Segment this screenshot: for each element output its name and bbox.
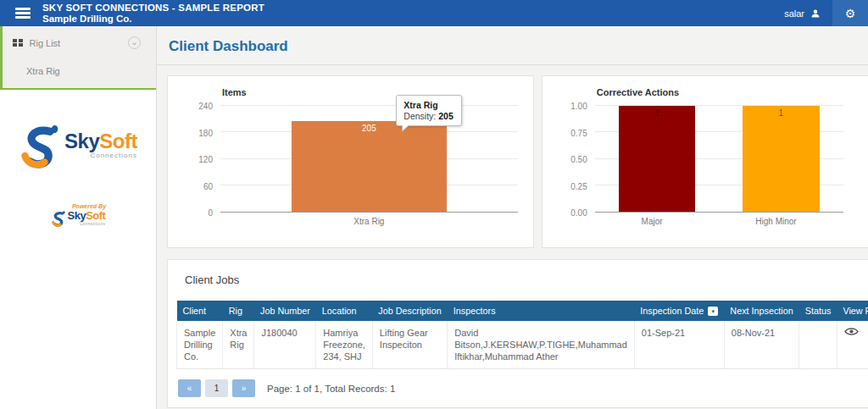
col-view-report: View Report (837, 301, 868, 321)
col-client: Client (177, 301, 223, 321)
y-tick-label: 0.75 (570, 128, 587, 137)
tooltip-value: 205 (438, 111, 453, 121)
person-icon (810, 8, 821, 19)
y-tick-label: 0.00 (570, 208, 587, 218)
cell-location: Hamriya Freezone, 234, SHJ (316, 321, 373, 369)
pagination: « 1 » Page: 1 of 1, Total Records: 1 (176, 379, 868, 397)
cell-rig: Xtra Rig (223, 321, 254, 369)
col-location: Location (316, 301, 373, 321)
corrective-x-axis: Major High Minor (595, 213, 843, 226)
pagination-summary: Page: 1 of 1, Total Records: 1 (267, 384, 395, 394)
x-tick-label: Major (642, 217, 663, 226)
skysoft-swoosh-icon (19, 122, 61, 169)
items-chart-card: Items 0 60 120 180 240 (167, 75, 534, 248)
table-header-row: Client Rig Job Number Location Job Descr… (177, 301, 868, 321)
corrective-bar-high-minor[interactable]: 1 (743, 106, 820, 212)
corrective-actions-chart-title: Corrective Actions (597, 87, 868, 97)
col-rig: Rig (223, 301, 254, 321)
tooltip-label: Density: (403, 111, 436, 121)
top-navbar: SKY SOFT CONNECTIONS - SAMPLE REPORT Sam… (0, 0, 868, 26)
rig-list-label: Rig List (30, 38, 61, 48)
pagination-prev-button[interactable]: « (178, 379, 201, 397)
x-tick-label: Xtra Rig (353, 217, 384, 226)
corrective-bar-major[interactable]: 1 (619, 106, 696, 212)
chart-tooltip: Xtra Rig Density: 205 (396, 95, 461, 126)
client-jobs-table: Client Rig Job Number Location Job Descr… (176, 301, 868, 369)
powered-tagline: Connections (68, 222, 106, 226)
col-next-inspection: Next Inpsection (724, 301, 798, 321)
username-label: salar (784, 8, 804, 19)
logo-soft-text: Soft (99, 130, 137, 152)
y-tick-label: 1.00 (570, 102, 587, 111)
items-x-axis: Xtra Rig (220, 213, 518, 226)
grid-icon (13, 39, 23, 47)
items-y-axis: 0 60 120 180 240 (183, 106, 220, 213)
powered-by-logo: Powered By SkySoft Connections (0, 203, 156, 227)
y-tick-label: 0.25 (570, 181, 587, 191)
skysoft-logo: SkySoft Connections (0, 122, 156, 169)
powered-by-caption: Powered By (72, 203, 106, 209)
sort-icon[interactable]: ▾ (708, 307, 718, 316)
sidebar-item-xtra-rig[interactable]: Xtra Rig (3, 56, 156, 81)
navbar-right: salar ⚙ (772, 0, 868, 26)
corrective-actions-chart-card: Corrective Actions 0.00 0.25 0.50 0.75 1… (542, 75, 868, 248)
powered-by-swoosh-icon (51, 210, 66, 227)
company-subtitle: Sample Drilling Co. (42, 14, 264, 25)
skysoft-logo-text: SkySoft Connections (64, 132, 137, 159)
logo-tagline: Connections (64, 152, 137, 159)
sidebar: Rig List ⌄ Xtra Rig SkySoft Connections … (0, 26, 157, 409)
chevron-down-icon[interactable]: ⌄ (128, 36, 141, 49)
bar-value-label: 1 (743, 108, 820, 118)
col-job-number: Job Number (254, 301, 316, 321)
items-plot-area: 205 (220, 106, 518, 213)
y-tick-label: 120 (198, 155, 213, 164)
logo-sky-text: Sky (64, 130, 99, 152)
cell-job-description: Lifting Gear Inspeciton (372, 321, 447, 369)
client-jobs-card: Client Jobs Client Rig Job Number Locati… (167, 259, 868, 408)
gear-icon: ⚙ (845, 8, 856, 19)
charts-row: Items 0 60 120 180 240 (167, 75, 868, 248)
powered-soft-text: Soft (86, 209, 105, 222)
cell-inspection-date: 01-Sep-21 (634, 321, 724, 369)
y-tick-label: 0.50 (570, 155, 587, 164)
powered-sky-text: Sky (68, 209, 86, 222)
eye-icon (844, 327, 859, 336)
cell-next-inspection: 08-Nov-21 (724, 321, 798, 369)
table-row: Sample Drilling Co. Xtra Rig J180040 Ham… (177, 321, 868, 369)
col-job-description: Job Description (372, 301, 447, 321)
client-jobs-title: Client Jobs (185, 274, 868, 286)
tooltip-title: Xtra Rig (403, 100, 453, 110)
corrective-y-axis: 0.00 0.25 0.50 0.75 1.00 (558, 106, 595, 213)
cell-client: Sample Drilling Co. (177, 321, 223, 369)
page-title: Client Dashboard (169, 38, 868, 55)
pagination-next-button[interactable]: » (232, 379, 255, 397)
cell-status (799, 321, 837, 369)
items-bar-xtra-rig[interactable]: 205 (292, 121, 446, 212)
settings-button[interactable]: ⚙ (832, 0, 868, 26)
items-chart-title: Items (222, 87, 518, 97)
col-inspection-date[interactable]: Inspection Date▾ (634, 301, 724, 321)
cell-inspectors: David Bitson,J.KERSHAW,P.TIGHE,Muhammad … (448, 321, 635, 369)
sidebar-menu: Rig List ⌄ Xtra Rig (0, 26, 156, 90)
y-tick-label: 60 (203, 181, 213, 191)
app-title: SKY SOFT CONNECTIONS - SAMPLE REPORT (42, 3, 264, 14)
navbar-titles: SKY SOFT CONNECTIONS - SAMPLE REPORT Sam… (42, 2, 264, 25)
y-tick-label: 180 (198, 128, 213, 137)
pagination-page-button[interactable]: 1 (205, 379, 228, 397)
cell-job-number: J180040 (254, 321, 316, 369)
view-report-button[interactable] (837, 321, 868, 369)
bar-value-label: 1 (619, 108, 696, 118)
sidebar-item-rig-list[interactable]: Rig List ⌄ (3, 30, 156, 56)
user-menu[interactable]: salar (772, 8, 832, 19)
hamburger-menu-icon[interactable] (15, 6, 31, 21)
corrective-plot-area: 1 1 (595, 106, 843, 213)
title-divider (157, 64, 868, 65)
y-tick-label: 0 (208, 208, 213, 218)
x-tick-label: High Minor (755, 217, 796, 226)
main-content: Client Dashboard Items 0 60 120 180 240 (157, 26, 868, 409)
col-status: Status (799, 301, 837, 321)
y-tick-label: 240 (198, 102, 213, 111)
col-inspectors: Inspectors (448, 301, 635, 321)
